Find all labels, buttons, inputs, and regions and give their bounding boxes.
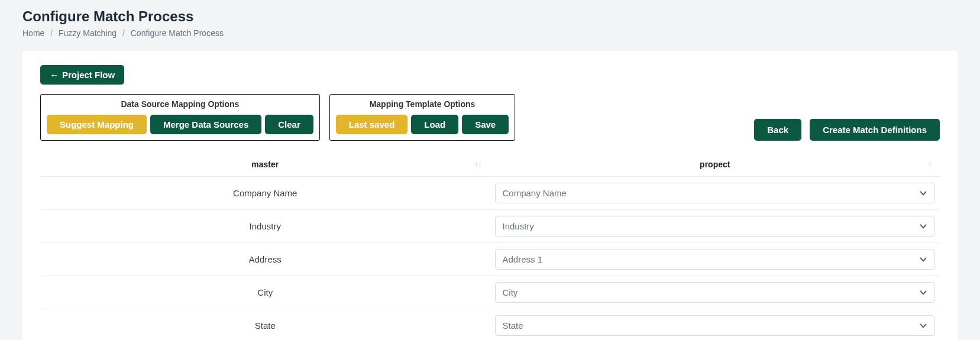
sort-icon: ↑ [928,161,932,168]
main-card: ← Project Flow Data Source Mapping Optio… [22,51,958,340]
template-options-title: Mapping Template Options [370,99,476,109]
project-flow-button[interactable]: ← Project Flow [40,65,124,85]
field-label: City [40,276,490,309]
chevron-down-icon [919,189,927,197]
mapping-dropdown-state[interactable]: State [495,315,936,336]
breadcrumb-separator: / [122,28,125,38]
table-row: Address Address 1 [40,243,940,276]
page-title: Configure Match Process [22,8,958,25]
chevron-down-icon [919,322,927,330]
template-options-box: Mapping Template Options Last saved Load… [329,94,515,141]
column-header-master-label: master [251,160,279,169]
breadcrumb-separator: / [50,28,53,38]
mapping-dropdown-address[interactable]: Address 1 [495,249,936,270]
dropdown-value: Address 1 [503,254,543,264]
table-row: Industry Industry [40,210,940,243]
breadcrumb-home[interactable]: Home [22,28,44,38]
back-button[interactable]: Back [754,119,801,141]
arrow-left-icon: ← [50,70,59,79]
mapping-dropdown-city[interactable]: City [495,282,936,303]
column-header-master[interactable]: master ↑↓ [40,153,490,177]
breadcrumb: Home / Fuzzy Matching / Configure Match … [22,28,958,38]
column-header-propect-label: propect [700,160,730,169]
table-row: City City [40,276,940,309]
chevron-down-icon [919,289,927,297]
mapping-options-title: Data Source Mapping Options [121,99,239,109]
breadcrumb-current: Configure Match Process [131,28,224,38]
create-match-definitions-button[interactable]: Create Match Definitions [810,119,940,141]
table-row: Company Name Company Name [40,177,940,210]
clear-button[interactable]: Clear [265,115,313,134]
field-label: Industry [40,210,490,243]
mapping-dropdown-company-name[interactable]: Company Name [495,183,936,203]
mapping-options-box: Data Source Mapping Options Suggest Mapp… [40,94,320,141]
mapping-table: master ↑↓ propect ↑ Company Name Company… [40,153,940,340]
load-button[interactable]: Load [411,115,458,134]
suggest-mapping-button[interactable]: Suggest Mapping [47,115,147,134]
mapping-dropdown-industry[interactable]: Industry [495,216,936,237]
sort-icon: ↑↓ [475,161,482,168]
breadcrumb-fuzzy-matching[interactable]: Fuzzy Matching [59,28,117,38]
field-label: Address [40,243,490,276]
dropdown-value: City [503,287,518,297]
column-header-propect[interactable]: propect ↑ [490,153,940,177]
project-flow-label: Project Flow [62,70,115,80]
save-button[interactable]: Save [462,115,509,134]
dropdown-value: Industry [503,221,534,231]
chevron-down-icon [919,255,927,264]
field-label: Company Name [40,177,490,210]
table-row: State State [40,309,940,341]
dropdown-value: Company Name [503,188,567,198]
last-saved-button[interactable]: Last saved [336,115,408,134]
merge-data-sources-button[interactable]: Merge Data Sources [150,115,261,134]
dropdown-value: State [503,320,523,331]
chevron-down-icon [919,222,927,231]
field-label: State [40,309,490,341]
